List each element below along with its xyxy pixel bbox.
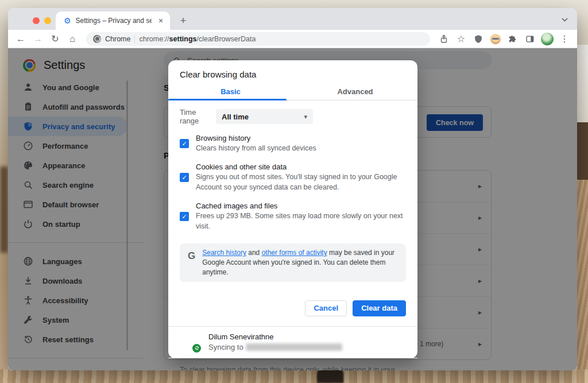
profile-sync-status: Syncing to [208,343,342,351]
search-history-link[interactable]: Search history [202,249,246,257]
sync-badge-icon [191,343,202,354]
tab-basic[interactable]: Basic [168,86,293,100]
dropdown-caret-icon: ▾ [304,113,307,121]
checkbox-description: Signs you out of most sites. You'll stay… [196,172,404,192]
wallpaper-figure [317,369,343,383]
tab-strip: ⚙ Settings – Privacy and security × + [8,8,577,30]
settings-gear-favicon: ⚙ [64,17,71,25]
cancel-button[interactable]: Cancel [305,300,347,316]
shield-extension-icon[interactable] [470,31,486,47]
clear-data-button[interactable]: Clear data [353,300,406,316]
time-range-select[interactable]: All time ▾ [216,109,313,124]
wallpaper-detail [577,180,588,370]
profile-avatar-image [541,33,554,45]
settings-page: Settings You and Google Autofill and pas… [8,48,577,370]
home-icon[interactable]: ⌂ [64,31,80,47]
active-tab[interactable]: ⚙ Settings – Privacy and security × [56,11,170,30]
tab-search-chevron-icon[interactable] [560,15,569,24]
time-range-value: All time [222,113,249,121]
wallpaper-detail [0,167,8,253]
profile-name: Dilum Senevirathne [208,332,342,341]
cookies-row[interactable]: ✓ Cookies and other site data Signs you … [180,163,406,192]
forward-icon[interactable]: → [30,31,46,47]
avatar-extension-icon[interactable] [488,31,504,47]
google-account-notice: G Search history and other forms of acti… [180,243,406,281]
new-tab-button[interactable]: + [176,14,190,28]
bookmark-star-icon[interactable]: ☆ [453,31,469,47]
tab-close-icon[interactable]: × [156,16,165,25]
avatar-extension-face [490,34,501,44]
signout-note: To clear browsing data from this device … [168,358,415,370]
dialog-tabs: Basic Advanced [168,86,417,100]
cookies-checkbox[interactable]: ✓ [180,173,189,182]
url-separator [134,34,135,43]
macos-close-button[interactable] [33,17,40,24]
dialog-footer: Dilum Senevirathne Syncing to To clear b… [168,326,417,370]
sync-profile-row: Dilum Senevirathne Syncing to [168,327,417,358]
profile-avatar[interactable] [539,31,555,47]
clear-browsing-data-dialog: Clear browsing data Basic Advanced Time … [168,60,417,358]
tab-title: Settings – Privacy and security [76,17,152,25]
checkbox-description: Frees up 293 MB. Some sites may load mor… [196,211,404,231]
side-panel-icon[interactable] [522,31,538,47]
cached-images-checkbox[interactable]: ✓ [180,212,189,221]
user-avatar [180,332,200,353]
extensions-puzzle-icon[interactable] [505,31,521,47]
browser-toolbar: ← → ↻ ⌂ Chrome chrome://settings/clearBr… [8,30,577,48]
checkbox-title: Browsing history [196,134,316,144]
wallpaper-sand-ripples [0,369,588,383]
google-g-icon: G [188,248,195,264]
tab-advanced[interactable]: Advanced [293,86,417,100]
notice-text: Search history and other forms of activi… [202,248,398,277]
checkbox-title: Cookies and other site data [196,163,404,172]
browser-menu-icon[interactable]: ⋮ [556,31,572,47]
cached-images-row[interactable]: ✓ Cached images and files Frees up 293 M… [180,202,406,231]
macos-minimize-button[interactable] [44,17,51,24]
wallpaper-detail [577,122,588,180]
address-bar[interactable]: Chrome chrome://settings/clearBrowserDat… [86,32,430,46]
share-icon[interactable] [436,31,452,47]
chrome-page-icon [93,35,101,43]
wallpaper-detail [577,45,588,122]
dialog-body: Time range All time ▾ ✓ Browsing history… [168,109,417,316]
active-tab-underline [168,99,287,100]
browser-window: ⚙ Settings – Privacy and security × + ← … [8,8,577,370]
redacted-email [246,343,342,351]
dialog-buttons: Cancel Clear data [180,300,406,316]
browsing-history-row[interactable]: ✓ Browsing history Clears history from a… [180,134,406,153]
checkbox-title: Cached images and files [196,202,404,211]
desktop: ⚙ Settings – Privacy and security × + ← … [0,0,588,383]
time-range-label: Time range [180,108,216,125]
browsing-history-checkbox[interactable]: ✓ [180,139,189,148]
reload-icon[interactable]: ↻ [47,31,63,47]
checkbox-description: Clears history from all synced devices [196,144,316,154]
dialog-title: Clear browsing data [168,60,417,86]
url-site-label: Chrome [105,35,130,43]
back-icon[interactable]: ← [13,31,29,47]
time-range-row: Time range All time ▾ [180,109,406,124]
url-text: chrome://settings/clearBrowserData [139,35,256,43]
other-activity-link[interactable]: other forms of activity [262,249,327,257]
